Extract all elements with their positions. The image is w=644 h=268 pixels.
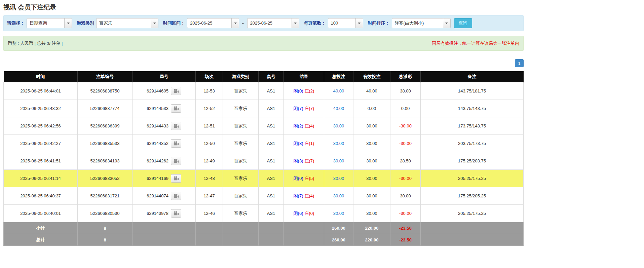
- total-bet-link[interactable]: 30.00: [333, 176, 344, 181]
- chevron-down-icon[interactable]: [292, 18, 299, 28]
- result-player: 闲(8): [294, 141, 303, 146]
- video-replay-button[interactable]: [171, 157, 181, 165]
- subtotal-empty-cell: [132, 222, 196, 234]
- cell-table-no: AS1: [259, 135, 284, 152]
- cell-round-id: 629144433: [132, 117, 196, 135]
- total-bet-link[interactable]: 40.00: [333, 106, 344, 111]
- cell-payout: -30.00: [390, 205, 421, 222]
- video-camera-icon: [174, 176, 179, 181]
- game-type-label: 游戏类别: [77, 20, 94, 26]
- cell-bet-id: 522606830530: [78, 205, 132, 222]
- cell-session: 12-49: [196, 152, 223, 170]
- cell-round-id: 629144533: [132, 100, 196, 117]
- result-banker: 庄(4): [305, 123, 314, 128]
- page-button-1[interactable]: 1: [515, 59, 524, 67]
- chevron-down-icon[interactable]: [64, 18, 72, 28]
- chevron-down-icon[interactable]: [151, 18, 158, 28]
- cell-game-type: 百家乐: [223, 100, 259, 117]
- chevron-down-icon[interactable]: [355, 18, 363, 28]
- video-camera-icon: [174, 211, 179, 216]
- video-replay-button[interactable]: [171, 209, 181, 218]
- column-header: 总派彩: [390, 71, 421, 82]
- cell-payout: -30.00: [390, 135, 421, 152]
- column-header: 游戏类别: [223, 71, 259, 82]
- cell-time: 2025-06-25 06:44:01: [4, 82, 78, 100]
- subtotal-total-bet: 260.00: [324, 222, 353, 234]
- cell-table-no: AS1: [259, 170, 284, 187]
- cell-payout: 30.00: [390, 187, 421, 205]
- video-replay-button[interactable]: [171, 87, 181, 95]
- cell-round-id: 629144605: [132, 82, 196, 100]
- result-banker: 庄(7): [305, 106, 314, 111]
- video-replay-button[interactable]: [171, 104, 181, 113]
- total-bet-link[interactable]: 30.00: [333, 141, 344, 146]
- cell-time: 2025-06-25 06:41:51: [4, 152, 78, 170]
- video-replay-button[interactable]: [171, 174, 181, 183]
- cell-total-bet: 30.00: [324, 135, 353, 152]
- cell-round-id: 629144074: [132, 187, 196, 205]
- column-header: 桌号: [259, 71, 284, 82]
- total-bet-link[interactable]: 30.00: [333, 211, 344, 216]
- search-button[interactable]: 查询: [454, 18, 472, 28]
- table-header: 时间注单编号局号场次游戏类别桌号结果总投注有效投注总派彩备注: [4, 71, 524, 82]
- total-total-bet: 260.00: [324, 234, 353, 246]
- cell-valid-bet: 30.00: [353, 117, 390, 135]
- cell-bet-id: 522606837774: [78, 100, 132, 117]
- game-type-value: 百家乐: [97, 18, 151, 28]
- chevron-down-icon[interactable]: [231, 18, 239, 28]
- total-empty-cell: [196, 234, 223, 246]
- cell-session: 12-46: [196, 205, 223, 222]
- chevron-down-icon[interactable]: [443, 18, 450, 28]
- total-empty-cell: [132, 234, 196, 246]
- video-replay-button[interactable]: [171, 139, 181, 148]
- cell-game-type: 百家乐: [223, 205, 259, 222]
- cell-time: 2025-06-25 06:41:14: [4, 170, 78, 187]
- result-player: 闲(0): [294, 88, 303, 93]
- game-type-select[interactable]: 百家乐: [96, 18, 158, 28]
- video-replay-button[interactable]: [171, 192, 181, 200]
- column-header: 注单编号: [78, 71, 132, 82]
- round-id-text: 629143978: [147, 211, 168, 216]
- subtotal-empty-cell: [259, 222, 284, 234]
- result-player: 闲(3): [294, 158, 303, 163]
- video-replay-button[interactable]: [171, 122, 181, 130]
- cell-total-bet: 40.00: [324, 82, 353, 100]
- total-bet-link[interactable]: 30.00: [333, 158, 344, 163]
- page-size-value: 100: [328, 18, 355, 28]
- sort-select[interactable]: 降幂(由大到小): [392, 18, 451, 28]
- video-camera-icon: [174, 89, 179, 93]
- cell-result: 闲(2)庄(4): [284, 117, 324, 135]
- cell-bet-id: 522606833052: [78, 170, 132, 187]
- page-size-label: 每页笔数：: [304, 20, 326, 26]
- cell-session: 12-47: [196, 187, 223, 205]
- table-body: 2025-06-25 06:44:01522606838750629144605…: [4, 82, 524, 222]
- page-size-select[interactable]: 100: [328, 18, 363, 28]
- cell-table-no: AS1: [259, 117, 284, 135]
- date-to-select[interactable]: 2025-06-25: [247, 18, 299, 28]
- cell-bet-id: 522606838750: [78, 82, 132, 100]
- cell-note: 203.75/173.75: [421, 135, 524, 152]
- cell-session: 12-48: [196, 170, 223, 187]
- table-footer: 小计8260.00220.00-23.50总计8260.00220.00-23.…: [4, 222, 524, 246]
- total-bet-link[interactable]: 30.00: [333, 123, 344, 128]
- cell-session: 12-50: [196, 135, 223, 152]
- column-header: 场次: [196, 71, 223, 82]
- query-type-select[interactable]: 日期查询: [27, 18, 72, 28]
- total-bet-link[interactable]: 30.00: [333, 193, 344, 198]
- table-row: 2025-06-25 06:40:37522606831721629144074…: [4, 187, 524, 205]
- table-header-row: 时间注单编号局号场次游戏类别桌号结果总投注有效投注总派彩备注: [4, 71, 524, 82]
- total-bet-link[interactable]: 40.00: [333, 88, 344, 93]
- cell-note: 175.25/205.25: [421, 187, 524, 205]
- total-label: 总计: [4, 234, 78, 246]
- sort-value: 降幂(由大到小): [392, 18, 443, 28]
- subtotal-valid-bet: 220.00: [353, 222, 390, 234]
- cell-note: 173.75/143.75: [421, 117, 524, 135]
- cell-table-no: AS1: [259, 100, 284, 117]
- cell-table-no: AS1: [259, 187, 284, 205]
- date-from-select[interactable]: 2025-06-25: [187, 18, 239, 28]
- result-player: 闲(2): [294, 123, 303, 128]
- column-header: 时间: [4, 71, 78, 82]
- cell-total-bet: 40.00: [324, 100, 353, 117]
- subtotal-payout: -23.50: [390, 222, 421, 234]
- subtotal-label: 小计: [4, 222, 78, 234]
